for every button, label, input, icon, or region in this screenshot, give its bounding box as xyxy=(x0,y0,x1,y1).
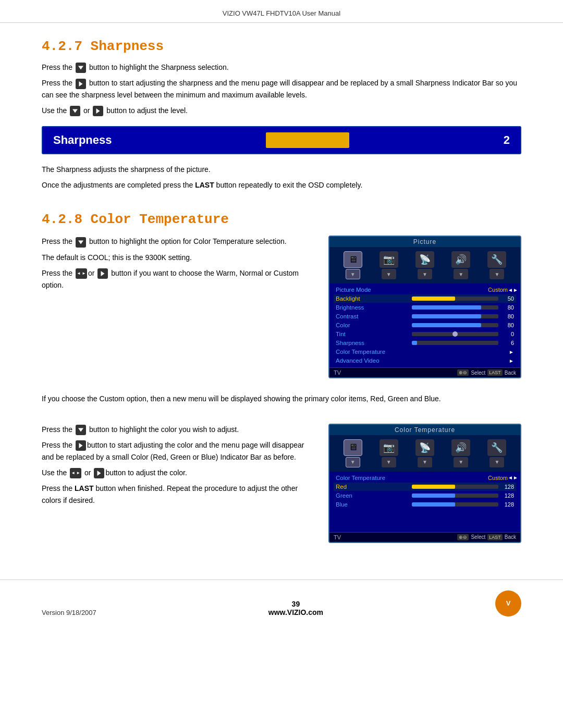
osd-bar-contrast xyxy=(412,314,498,318)
osd-ct-icon-2: 📷 ▼ xyxy=(380,439,398,467)
osd-icon-sub-3: ▼ xyxy=(418,269,432,279)
osd-nav-picture: ⊕⊖ Select LAST Back xyxy=(457,369,516,376)
osd-ct-value-red: 128 xyxy=(501,484,514,490)
para-custom3: Press the button to start adjusting the … xyxy=(42,439,313,463)
osd-ct-icon-sub-1: ▼ xyxy=(346,457,360,467)
osd-colortemp-screen: Color Temperature 🖥 ▼ 📷 ▼ 📡 ▼ xyxy=(328,424,521,543)
osd-label-picturemode: Picture Mode xyxy=(336,287,409,293)
osd-arrow-colortemp: ► xyxy=(508,349,514,355)
osd-ct-icon-1: 🖥 ▼ xyxy=(344,439,362,467)
section-colortemp-right: Color Temperature 🖥 ▼ 📷 ▼ 📡 ▼ xyxy=(328,424,521,543)
osd-row-picturemode: Picture Mode Custom ◄► xyxy=(334,286,516,294)
lr-icon xyxy=(76,268,87,279)
osd-ct-icon-sub-4: ▼ xyxy=(454,457,468,467)
tint-dot xyxy=(452,331,458,337)
vizio-logo: V xyxy=(495,590,521,616)
osd-ct-row-colortemp: Color Temperature Custom ◄► xyxy=(334,474,516,482)
section-427-para3: Use the or button to adjust the level. xyxy=(42,105,521,116)
sharpness-bar-value: 2 xyxy=(504,133,510,147)
osd-arrow-advvideo: ► xyxy=(508,358,514,364)
osd-ct-nav-select: Select xyxy=(471,534,485,540)
osd-ct-tv-label: TV xyxy=(334,534,341,540)
osd-ct-icon-5: 🔧 ▼ xyxy=(487,439,506,467)
osd-icon-img-5: 🔧 xyxy=(487,251,506,268)
osd-icon-3: 📡 ▼ xyxy=(415,251,434,279)
down-icon-4 xyxy=(76,425,86,435)
osd-label-contrast: Contrast xyxy=(336,313,409,319)
osd-row-contrast: Contrast 80 xyxy=(334,312,516,320)
osd-icon-sub-1: ▼ xyxy=(346,269,360,279)
osd-row-sharpness: Sharpness 6 xyxy=(334,339,516,347)
osd-value-contrast: 80 xyxy=(501,313,514,319)
osd-ct-barfill-green xyxy=(412,493,455,498)
osd-ct-label-red: Red xyxy=(336,484,409,490)
osd-bar-sharpness xyxy=(412,341,498,345)
section-428-two-col: Press the button to highlight the option… xyxy=(42,236,521,378)
osd-label-tint: Tint xyxy=(336,331,409,337)
para-custom4: Use the or button to adjust the color. xyxy=(42,467,313,478)
osd-ct-icon-sub-5: ▼ xyxy=(489,457,504,467)
section-427: 4.2.7 Sharpness Press the button to high… xyxy=(42,39,521,191)
osd-ct-arrow-colortemp: ◄► xyxy=(508,475,514,480)
osd-menu-rows-colortemp: Color Temperature Custom ◄► Red 128 xyxy=(329,472,520,532)
osd-ct-icon-img-3: 📡 xyxy=(415,439,434,456)
osd-row-color: Color 80 xyxy=(334,321,516,329)
osd-picture-title: Picture xyxy=(329,237,520,247)
right-icon-4 xyxy=(76,440,86,451)
osd-ct-nav-icon-ud: ⊕⊖ xyxy=(457,534,469,540)
osd-ct-bar-blue xyxy=(412,502,498,507)
header-title: VIZIO VW47L FHDTV10A User Manual xyxy=(223,9,340,17)
footer-page: 39 xyxy=(268,600,323,608)
sharpness-bar-indicator xyxy=(266,132,349,148)
osd-row-brightness: Brightness 80 xyxy=(334,303,516,312)
osd-bottom-bar-picture: TV ⊕⊖ Select LAST Back xyxy=(329,367,520,377)
section-427-para1: Press the button to highlight the Sharpn… xyxy=(42,61,521,73)
osd-ct-value-blue: 128 xyxy=(501,501,514,508)
osd-icon-2: 📷 ▼ xyxy=(380,251,398,279)
osd-ct-label-colortemp: Color Temperature xyxy=(336,475,409,481)
osd-label-backlight: Backlight xyxy=(336,295,409,302)
osd-label-brightness: Brightness xyxy=(336,304,409,311)
osd-ct-nav: ⊕⊖ Select LAST Back xyxy=(457,534,516,540)
osd-tv-label: TV xyxy=(334,369,341,376)
osd-ct-icon-sub-2: ▼ xyxy=(382,457,396,467)
osd-value-picturemode: Custom xyxy=(409,287,508,293)
osd-ct-icon-sub-3: ▼ xyxy=(418,457,432,467)
section-428-left: Press the button to highlight the option… xyxy=(42,236,313,378)
osd-icon-sub-5: ▼ xyxy=(489,269,504,279)
osd-value-backlight: 50 xyxy=(501,295,514,302)
osd-picture-screen: Picture 🖥 ▼ 📷 ▼ 📡 ▼ xyxy=(328,236,521,378)
osd-ct-nav-icon-last: LAST xyxy=(487,534,503,540)
osd-nav-icon-last: LAST xyxy=(487,369,503,376)
osd-colortemp-icons-row: 🖥 ▼ 📷 ▼ 📡 ▼ 🔊 ▼ xyxy=(329,435,520,472)
sharpness-bar-label: Sharpness xyxy=(53,133,112,147)
section-428-para1: Press the button to highlight the option… xyxy=(42,236,313,247)
osd-ct-icon-img-2: 📷 xyxy=(380,439,398,456)
section-427-title: 4.2.7 Sharpness xyxy=(42,39,521,54)
osd-arrow-picturemode: ◄► xyxy=(508,287,514,293)
osd-row-advvideo: Advanced Video ► xyxy=(334,356,516,365)
right-icon-3 xyxy=(97,268,108,279)
osd-barfill-backlight xyxy=(412,297,455,301)
osd-value-sharpness: 6 xyxy=(501,340,514,346)
osd-ct-value-colortemp: Custom xyxy=(409,475,508,481)
osd-bar-color xyxy=(412,323,498,327)
right-icon-5 xyxy=(94,468,104,478)
osd-row-tint: Tint 0 xyxy=(334,330,516,338)
osd-bar-tint xyxy=(412,332,498,336)
osd-ct-icon-img-4: 🔊 xyxy=(451,439,470,456)
osd-ct-label-green: Green xyxy=(336,492,409,499)
sharpness-bar: Sharpness 2 xyxy=(42,126,521,154)
osd-barfill-contrast xyxy=(412,314,481,318)
section-colortemp-row: Press the button to highlight the color … xyxy=(42,424,521,543)
osd-row-colortemp: Color Temperature ► xyxy=(334,348,516,356)
osd-label-sharpness: Sharpness xyxy=(336,340,409,346)
section-custom: If you choose the Custom option, then a … xyxy=(42,393,521,404)
osd-colortemp-title: Color Temperature xyxy=(329,425,520,435)
osd-ct-icon-img-5: 🔧 xyxy=(487,439,506,456)
osd-icon-img-4: 🔊 xyxy=(451,251,470,268)
osd-bar-backlight xyxy=(412,297,498,301)
osd-icon-img-1: 🖥 xyxy=(344,251,362,268)
osd-ct-row-red: Red 128 xyxy=(334,483,516,491)
section-428-title: 4.2.8 Color Temperature xyxy=(42,212,521,227)
